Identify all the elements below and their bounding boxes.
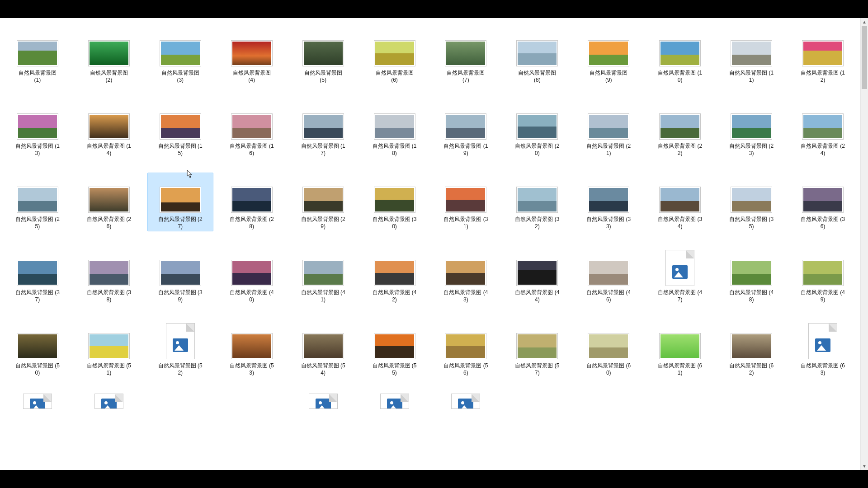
- thumbnail-image: [731, 333, 772, 359]
- file-item[interactable]: 自然风景背景图 (28): [219, 173, 285, 231]
- file-item[interactable]: 自然风景背景图 (12): [790, 26, 856, 85]
- thumbnail-image: [516, 40, 558, 66]
- file-item[interactable]: [433, 392, 499, 410]
- file-item[interactable]: 自然风景背景图 (3): [147, 26, 213, 85]
- file-item[interactable]: 自然风景背景图 (42): [362, 246, 428, 305]
- file-item[interactable]: 自然风景背景图 (5): [290, 26, 356, 85]
- file-item[interactable]: 自然风景背景图 (54): [290, 319, 356, 378]
- file-item[interactable]: 自然风景背景图 (49): [790, 246, 856, 305]
- file-item[interactable]: 自然风景背景图 (8): [504, 26, 570, 85]
- thumbnail-image: [160, 40, 201, 66]
- file-item[interactable]: 自然风景背景图 (50): [5, 319, 71, 378]
- thumbnail-image: [516, 260, 558, 286]
- file-item[interactable]: 自然风景背景图 (6): [362, 26, 428, 85]
- file-item[interactable]: 自然风景背景图 (48): [718, 246, 784, 305]
- chevron-up-icon: ▲: [862, 19, 867, 24]
- file-label: 自然风景背景图 (3): [158, 69, 203, 84]
- file-item[interactable]: 自然风景背景图 (30): [362, 173, 428, 231]
- file-item[interactable]: 自然风景背景图 (36): [790, 173, 856, 231]
- file-label: 自然风景背景图 (7): [443, 69, 488, 84]
- file-item[interactable]: 自然风景背景图 (39): [147, 246, 213, 305]
- thumbnail-image: [17, 40, 58, 66]
- file-item[interactable]: 自然风景背景图 (17): [290, 99, 356, 158]
- file-label: 自然风景背景图 (6): [372, 69, 417, 84]
- thumbnail-image: [731, 187, 772, 213]
- file-item[interactable]: 自然风景背景图 (32): [504, 173, 570, 231]
- file-item[interactable]: 自然风景背景图 (10): [647, 26, 713, 85]
- image-file-icon: [94, 394, 123, 409]
- file-label: 自然风景背景图 (50): [15, 362, 60, 376]
- thumbnail-image: [445, 260, 486, 286]
- file-item[interactable]: 自然风景背景图 (4): [219, 26, 285, 85]
- file-label: 自然风景背景图 (56): [443, 362, 488, 376]
- thumbnail-pane[interactable]: 自然风景背景图 (1)自然风景背景图 (2)自然风景背景图 (3)自然风景背景图…: [0, 18, 860, 470]
- file-item[interactable]: 自然风景背景图 (29): [290, 173, 356, 231]
- file-item[interactable]: 自然风景背景图 (22): [647, 99, 713, 158]
- file-explorer-viewport: 自然风景背景图 (1)自然风景背景图 (2)自然风景背景图 (3)自然风景背景图…: [0, 18, 868, 470]
- file-item[interactable]: [76, 392, 142, 410]
- scrollbar-track[interactable]: [861, 26, 868, 462]
- file-item[interactable]: 自然风景背景图 (61): [647, 319, 713, 378]
- file-item[interactable]: 自然风景背景图 (19): [433, 99, 499, 158]
- file-item[interactable]: 自然风景背景图 (35): [718, 173, 784, 231]
- file-item[interactable]: 自然风景背景图 (13): [5, 99, 71, 158]
- file-item[interactable]: 自然风景背景图 (51): [76, 319, 142, 378]
- file-item[interactable]: 自然风景背景图 (11): [718, 26, 784, 85]
- picture-icon: [101, 399, 117, 409]
- file-label: 自然风景背景图 (55): [372, 362, 417, 376]
- file-item[interactable]: 自然风景背景图 (46): [576, 246, 642, 305]
- file-item[interactable]: 自然风景背景图 (44): [504, 246, 570, 305]
- file-item[interactable]: 自然风景背景图 (26): [76, 173, 142, 231]
- file-item[interactable]: 自然风景背景图 (41): [290, 246, 356, 305]
- file-item[interactable]: [362, 392, 428, 410]
- file-item[interactable]: 自然风景背景图 (56): [433, 319, 499, 378]
- file-item[interactable]: 自然风景背景图 (27): [147, 173, 213, 231]
- file-label: 自然风景背景图 (61): [657, 362, 703, 376]
- file-item[interactable]: 自然风景背景图 (62): [718, 319, 784, 378]
- vertical-scrollbar[interactable]: ▲ ▼: [860, 18, 868, 470]
- file-item[interactable]: 自然风景背景图 (31): [433, 173, 499, 231]
- file-item[interactable]: 自然风景背景图 (52): [147, 319, 213, 378]
- file-item[interactable]: 自然风景背景图 (15): [147, 99, 213, 158]
- file-item[interactable]: [290, 392, 356, 410]
- file-label: 自然风景背景图 (18): [372, 142, 417, 157]
- file-item[interactable]: 自然风景背景图 (53): [219, 319, 285, 378]
- file-item[interactable]: 自然风景背景图 (43): [433, 246, 499, 305]
- thumbnail-image: [731, 260, 772, 286]
- file-item[interactable]: 自然风景背景图 (18): [362, 99, 428, 158]
- thumbnail-image: [231, 40, 273, 66]
- file-item[interactable]: 自然风景背景图 (47): [647, 246, 713, 305]
- file-item[interactable]: 自然风景背景图 (2): [76, 26, 142, 85]
- scrollbar-thumb[interactable]: [862, 26, 867, 89]
- file-item[interactable]: 自然风景背景图 (57): [504, 319, 570, 378]
- thumbnail-image: [445, 187, 486, 213]
- file-label: 自然风景背景图 (2): [86, 69, 132, 84]
- file-item[interactable]: 自然风景背景图 (7): [433, 26, 499, 85]
- file-item[interactable]: 自然风景背景图 (1): [5, 26, 71, 85]
- file-item[interactable]: 自然风景背景图 (16): [219, 99, 285, 158]
- file-item[interactable]: 自然风景背景图 (33): [576, 173, 642, 231]
- file-item[interactable]: 自然风景背景图 (21): [576, 99, 642, 158]
- file-item[interactable]: 自然风景背景图 (55): [362, 319, 428, 378]
- file-item[interactable]: 自然风景背景图 (40): [219, 246, 285, 305]
- file-item[interactable]: 自然风景背景图 (9): [576, 26, 642, 85]
- file-item[interactable]: 自然风景背景图 (14): [76, 99, 142, 158]
- file-item[interactable]: 自然风景背景图 (25): [5, 173, 71, 231]
- file-item[interactable]: 自然风景背景图 (38): [76, 246, 142, 305]
- thumbnail-image: [802, 40, 844, 66]
- scroll-down-button[interactable]: ▼: [861, 462, 868, 470]
- file-item[interactable]: 自然风景背景图 (34): [647, 173, 713, 231]
- file-item[interactable]: 自然风景背景图 (37): [5, 246, 71, 305]
- scroll-up-button[interactable]: ▲: [861, 18, 868, 26]
- file-item[interactable]: 自然风景背景图 (63): [790, 319, 856, 378]
- thumbnail-image: [445, 40, 486, 66]
- file-item[interactable]: 自然风景背景图 (60): [576, 319, 642, 378]
- file-item[interactable]: 自然风景背景图 (23): [718, 99, 784, 158]
- file-item[interactable]: 自然风景背景图 (20): [504, 99, 570, 158]
- file-label: 自然风景背景图 (46): [586, 289, 631, 303]
- file-item[interactable]: 自然风景背景图 (24): [790, 99, 856, 158]
- thumbnail-image: [659, 113, 701, 140]
- file-label: 自然风景背景图 (4): [229, 69, 274, 84]
- file-item[interactable]: [5, 392, 71, 410]
- file-label: 自然风景背景图 (23): [729, 142, 774, 157]
